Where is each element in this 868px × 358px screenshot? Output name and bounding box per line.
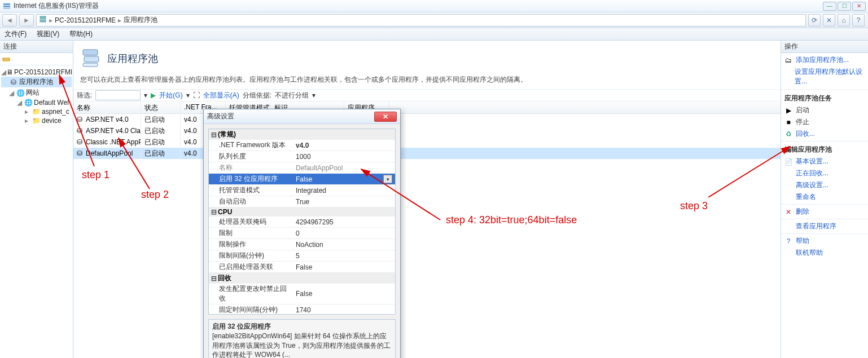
prop-group-recycle[interactable]: ⊟回收 — [209, 273, 395, 284]
svg-rect-7 — [84, 56, 99, 62]
delete-icon: ✕ — [784, 208, 792, 216]
prop-group-general[interactable]: ⊟(常规) — [209, 129, 395, 140]
prop-group-cpu[interactable]: ⊟CPU — [209, 207, 395, 216]
filter-label: 筛选: — [77, 91, 92, 100]
table-row[interactable]: ⛁Classic .NET AppPool 已启动v4.0 — [73, 136, 781, 148]
edit-header: 编辑应用程序池 — [781, 143, 868, 156]
home-button[interactable]: ⌂ — [838, 14, 850, 26]
tree-folder[interactable]: ▸📁aspnet_c — [1, 107, 72, 116]
action-recycling[interactable]: 正在回收... — [781, 167, 868, 179]
go-button[interactable]: 开始(G) — [159, 91, 182, 100]
maximize-button[interactable]: ☐ — [838, 2, 851, 11]
action-stop[interactable]: ■停止 — [781, 116, 868, 128]
action-help[interactable]: ?帮助 — [781, 235, 868, 247]
connections-toolbar — [0, 53, 73, 65]
action-start[interactable]: ▶启动 — [781, 104, 868, 116]
svg-rect-0 — [3, 3, 10, 5]
actions-panel: 操作 🗂添加应用程序池... 设置应用程序池默认设置... 应用程序池任务 ▶启… — [781, 41, 868, 358]
page-title: 应用程序池 — [107, 52, 158, 65]
groupby-label: 分组依据: — [243, 91, 271, 100]
groupby-value[interactable]: 不进行分组 — [275, 91, 309, 100]
grid-body: ⛁ASP.NET v4.0 已启动v4.0 集成ApplicationPoolI… — [73, 114, 781, 159]
prop-row[interactable]: 发生配置更改时禁止回收False — [209, 284, 395, 304]
page-heading: 应用程序池 — [73, 41, 781, 75]
property-grid[interactable]: ⊟(常规) .NET Framework 版本v4.0 队列长度1000 名称D… — [208, 129, 396, 315]
help-body: [enable32BitAppOnWin64] 如果针对 64 位操作系统上的应… — [212, 332, 392, 358]
window-title: Internet 信息服务(IIS)管理器 — [14, 1, 99, 11]
prop-row[interactable]: 固定时间间隔(分钟)1740 — [209, 304, 395, 315]
prop-row[interactable]: 限制间隔(分钟)5 — [209, 250, 395, 262]
prop-row[interactable]: 处理器关联掩码4294967295 — [209, 216, 395, 228]
action-set-defaults[interactable]: 设置应用程序池默认设置... — [781, 66, 868, 87]
app-pool-large-icon — [80, 46, 103, 70]
table-row[interactable]: ⛁ASP.NET v4.0 Classic 已启动v4.0 — [73, 125, 781, 136]
help-icon: ? — [784, 237, 792, 245]
svg-rect-8 — [83, 63, 98, 67]
tree-root[interactable]: ◢🖥PC-20151201RFME — [1, 68, 72, 77]
prop-enable-32bit[interactable]: 启用 32 位应用程序False▾ — [209, 174, 395, 185]
close-button[interactable]: ✕ — [852, 2, 866, 11]
showall-icon: ⛶ — [193, 91, 200, 99]
breadcrumb[interactable]: ▸ PC-20151201RFME ▸ 应用程序池 — [36, 14, 806, 26]
dialog-close-button[interactable]: ✕ — [374, 112, 397, 122]
title-bar: Internet 信息服务(IIS)管理器 — ☐ ✕ — [0, 0, 868, 12]
nav-forward-button[interactable]: ► — [19, 14, 34, 26]
action-view-apps[interactable]: 查看应用程序 — [781, 220, 868, 232]
action-add-pool[interactable]: 🗂添加应用程序池... — [781, 54, 868, 66]
prop-row[interactable]: .NET Framework 版本v4.0 — [209, 140, 395, 151]
app-pool-icon: ⛁ — [9, 78, 18, 86]
help-button[interactable]: ? — [852, 14, 865, 26]
breadcrumb-sep: ▸ — [118, 16, 121, 24]
svg-rect-3 — [40, 16, 46, 19]
prop-row[interactable]: 限制操作NoAction — [209, 239, 395, 250]
menu-file[interactable]: 文件(F) — [2, 28, 29, 40]
menu-help[interactable]: 帮助(H) — [67, 28, 95, 40]
folder-icon: 📁 — [32, 108, 41, 116]
stop-button[interactable]: ✕ — [823, 14, 835, 26]
action-delete[interactable]: ✕删除 — [781, 206, 868, 218]
tree-sites[interactable]: ◢🌐网站 — [1, 87, 72, 98]
server-icon — [39, 15, 47, 25]
prop-row[interactable]: 限制0 — [209, 228, 395, 239]
help-title: 启用 32 位应用程序 — [212, 322, 392, 332]
action-basic[interactable]: 📄基本设置... — [781, 156, 868, 167]
svg-rect-4 — [40, 20, 46, 22]
table-row[interactable]: ⛁DefaultAppPool 已启动v4.0 — [73, 148, 781, 159]
connections-tree: ◢🖥PC-20151201RFME ⛁应用程序池 ◢🌐网站 ◢🌐Default … — [0, 65, 73, 127]
menu-view[interactable]: 视图(V) — [34, 28, 62, 40]
nav-back-button[interactable]: ◄ — [2, 14, 17, 26]
prop-row[interactable]: 托管管道模式Integrated — [209, 185, 395, 196]
action-recycle[interactable]: ♻回收... — [781, 128, 868, 140]
connect-icon[interactable] — [2, 54, 10, 64]
content-panel: 应用程序池 您可以在此页上查看和管理服务器上的应用程序池列表。应用程序池与工作进… — [73, 41, 781, 358]
show-all-button[interactable]: 全部显示(A) — [203, 91, 239, 100]
minimize-button[interactable]: — — [823, 2, 836, 11]
dropdown-icon[interactable]: ▾ — [383, 175, 392, 183]
table-row[interactable]: ⛁ASP.NET v4.0 已启动v4.0 集成ApplicationPoolI… — [73, 114, 781, 125]
refresh-button[interactable]: ⟳ — [808, 14, 821, 26]
prop-row[interactable]: 已启用处理器关联False — [209, 262, 395, 273]
add-icon: 🗂 — [784, 56, 792, 64]
breadcrumb-page[interactable]: 应用程序池 — [124, 15, 157, 25]
dialog-titlebar[interactable]: 高级设置 ✕ — [204, 109, 400, 124]
tree-app-pools[interactable]: ⛁应用程序池 — [1, 77, 72, 87]
action-rename[interactable]: 重命名 — [781, 191, 868, 203]
prop-row[interactable]: 队列长度1000 — [209, 151, 395, 162]
filter-dropdown[interactable]: ▾ — [144, 91, 147, 99]
prop-row[interactable]: 名称DefaultAppPool — [209, 162, 395, 174]
col-name[interactable]: 名称 — [73, 101, 141, 113]
connections-header: 连接 — [0, 41, 73, 53]
action-online-help[interactable]: 联机帮助 — [781, 247, 868, 259]
breadcrumb-host[interactable]: PC-20151201RFME — [55, 16, 116, 24]
prop-row[interactable]: 自动启动True — [209, 196, 395, 207]
col-status[interactable]: 状态 — [141, 101, 181, 113]
dialog-title: 高级设置 — [207, 112, 234, 121]
tree-folder[interactable]: ▸📁device — [1, 116, 72, 125]
svg-rect-1 — [3, 6, 10, 7]
folder-icon: 📁 — [32, 117, 41, 125]
action-advanced[interactable]: 高级设置... — [781, 179, 868, 191]
filter-input[interactable] — [95, 90, 141, 100]
breadcrumb-sep: ▸ — [49, 16, 52, 24]
app-pool-icon: ⛁ — [77, 116, 85, 123]
tree-site[interactable]: ◢🌐Default Wel — [1, 98, 72, 107]
